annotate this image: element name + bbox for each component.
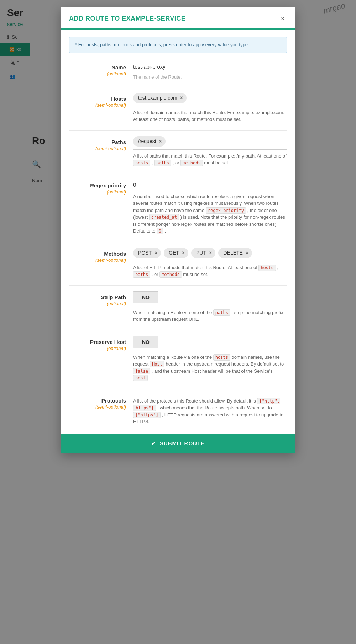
method-tag-value-delete: DELETE bbox=[223, 250, 242, 256]
preserve-host-sub-label: (optional) bbox=[107, 346, 126, 351]
strip-path-field-row: Strip Path (optional) NO When matching a… bbox=[69, 291, 287, 323]
paths-content-col: /request × A list of paths that match th… bbox=[133, 136, 287, 166]
host-tag-remove-0[interactable]: × bbox=[180, 95, 183, 100]
protocols-label-col: Protocols (semi-optional) bbox=[69, 395, 126, 425]
modal-overlay: ADD ROUTE TO EXAMPLE-SERVICE × * For hos… bbox=[0, 0, 356, 644]
protocols-field-row: Protocols (semi-optional) A list of the … bbox=[69, 395, 287, 425]
add-route-modal: ADD ROUTE TO EXAMPLE-SERVICE × * For hos… bbox=[61, 7, 295, 453]
methods-description: A list of HTTP methods that match this R… bbox=[133, 264, 287, 278]
method-tag-remove-put[interactable]: × bbox=[209, 250, 212, 255]
name-placeholder: The name of the Route. bbox=[133, 74, 287, 80]
hosts-label: Hosts bbox=[69, 96, 126, 102]
strip-path-description: When matching a Route via one of the pat… bbox=[133, 309, 287, 323]
paths-field-row: Paths (semi-optional) /request × A list … bbox=[69, 136, 287, 166]
strip-path-code1: paths bbox=[213, 309, 230, 316]
strip-path-no-button[interactable]: NO bbox=[134, 292, 158, 303]
regex-priority-field-row: Regex priority (optional) A number used … bbox=[69, 180, 287, 235]
regex-priority-label-col: Regex priority (optional) bbox=[69, 180, 126, 235]
method-tag-remove-post[interactable]: × bbox=[155, 250, 157, 255]
preserve-host-code1: hosts bbox=[213, 354, 230, 361]
methods-desc-code1: hosts bbox=[258, 265, 276, 271]
host-tag-value-0: test.example.com bbox=[138, 95, 177, 101]
divider-7 bbox=[69, 389, 287, 389]
protocols-sub-label: (semi-optional) bbox=[95, 404, 126, 410]
name-label: Name bbox=[69, 64, 126, 70]
method-tag-delete: DELETE × bbox=[218, 248, 252, 258]
paths-desc-code1: hosts bbox=[133, 160, 150, 166]
divider-3 bbox=[69, 174, 287, 174]
hosts-field-row: Hosts (semi-optional) test.example.com ×… bbox=[69, 93, 287, 123]
preserve-host-description: When matching a Route via one of the hos… bbox=[133, 354, 287, 382]
protocols-description: A list of the protocols this Route shoul… bbox=[133, 398, 287, 425]
regex-priority-description: A number used to choose which route reso… bbox=[133, 193, 287, 235]
preserve-host-no-button[interactable]: NO bbox=[134, 336, 158, 348]
method-tag-remove-get[interactable]: × bbox=[182, 250, 185, 255]
regex-priority-code2: created_at bbox=[149, 214, 179, 220]
regex-priority-sub-label: (optional) bbox=[107, 189, 126, 195]
method-tag-value-post: POST bbox=[138, 250, 152, 256]
info-banner: * For hosts, paths, methods and protocol… bbox=[69, 37, 287, 53]
paths-label: Paths bbox=[69, 139, 126, 145]
regex-priority-input[interactable] bbox=[133, 180, 287, 190]
name-input[interactable] bbox=[133, 62, 287, 72]
regex-priority-label: Regex priority bbox=[69, 182, 126, 188]
protocols-content-col: A list of the protocols this Route shoul… bbox=[133, 395, 287, 425]
regex-priority-code3: 0 bbox=[157, 228, 163, 234]
methods-sub-label: (semi-optional) bbox=[95, 257, 126, 263]
hosts-tags-container[interactable]: test.example.com × bbox=[133, 93, 287, 106]
submit-route-button[interactable]: ✓ SUBMIT ROUTE bbox=[61, 434, 295, 453]
modal-body: * For hosts, paths, methods and protocol… bbox=[61, 30, 295, 453]
methods-label: Methods bbox=[69, 251, 126, 257]
method-tag-remove-delete[interactable]: × bbox=[246, 250, 248, 255]
methods-content-col: POST × GET × PUT × DELETE bbox=[133, 248, 287, 278]
name-sub-label: (optional) bbox=[107, 71, 126, 76]
modal-header: ADD ROUTE TO EXAMPLE-SERVICE × bbox=[61, 7, 295, 30]
paths-desc-code3: methods bbox=[180, 160, 203, 166]
path-tag-value-0: /request bbox=[138, 138, 156, 144]
divider-6 bbox=[69, 330, 287, 330]
regex-priority-content-col: A number used to choose which route reso… bbox=[133, 180, 287, 235]
strip-path-label: Strip Path bbox=[69, 294, 126, 300]
name-label-col: Name (optional) bbox=[69, 62, 126, 80]
path-tag-remove-0[interactable]: × bbox=[159, 139, 162, 144]
methods-field-row: Methods (semi-optional) POST × GET × bbox=[69, 248, 287, 278]
hosts-content-col: test.example.com × A list of domain name… bbox=[133, 93, 287, 123]
divider-4 bbox=[69, 242, 287, 242]
paths-label-col: Paths (semi-optional) bbox=[69, 136, 126, 166]
paths-tags-container[interactable]: /request × bbox=[133, 136, 287, 150]
divider-2 bbox=[69, 130, 287, 131]
regex-priority-code1: regex_priority bbox=[206, 207, 246, 214]
hosts-sub-label: (semi-optional) bbox=[95, 102, 126, 108]
methods-label-col: Methods (semi-optional) bbox=[69, 248, 126, 278]
preserve-host-content-col: NO When matching a Route via one of the … bbox=[133, 336, 287, 382]
methods-tags-container[interactable]: POST × GET × PUT × DELETE bbox=[133, 248, 287, 261]
host-tag-0: test.example.com × bbox=[133, 93, 187, 103]
preserve-host-code2: Host bbox=[150, 361, 164, 367]
preserve-host-code4: host bbox=[133, 375, 148, 381]
methods-desc-code3: methods bbox=[159, 271, 182, 278]
protocols-code1: ["http", "https"] bbox=[133, 398, 280, 411]
modal-title: ADD ROUTE TO EXAMPLE-SERVICE bbox=[69, 15, 185, 22]
method-tag-put: PUT × bbox=[191, 248, 215, 258]
preserve-host-code3: false bbox=[133, 368, 150, 374]
hosts-label-col: Hosts (semi-optional) bbox=[69, 93, 126, 123]
paths-description: A list of paths that match this Route. F… bbox=[133, 153, 287, 166]
methods-desc-code2: paths bbox=[133, 271, 150, 278]
preserve-host-field-row: Preserve Host (optional) NO When matchin… bbox=[69, 336, 287, 382]
protocols-code2: ["https"] bbox=[133, 412, 161, 418]
name-content-col: The name of the Route. bbox=[133, 62, 287, 80]
method-tag-get: GET × bbox=[164, 248, 188, 258]
paths-sub-label: (semi-optional) bbox=[95, 146, 126, 151]
method-tag-post: POST × bbox=[133, 248, 161, 258]
divider-1 bbox=[69, 87, 287, 87]
strip-path-toggle-group: NO bbox=[133, 291, 158, 303]
close-button[interactable]: × bbox=[278, 14, 287, 23]
strip-path-label-col: Strip Path (optional) bbox=[69, 291, 126, 323]
path-tag-0: /request × bbox=[133, 136, 166, 147]
method-tag-value-get: GET bbox=[169, 250, 179, 256]
preserve-host-toggle-group: NO bbox=[133, 336, 158, 348]
strip-path-sub-label: (optional) bbox=[107, 301, 126, 306]
preserve-host-label: Preserve Host bbox=[69, 339, 126, 345]
preserve-host-label-col: Preserve Host (optional) bbox=[69, 336, 126, 382]
submit-label: SUBMIT ROUTE bbox=[160, 440, 205, 446]
